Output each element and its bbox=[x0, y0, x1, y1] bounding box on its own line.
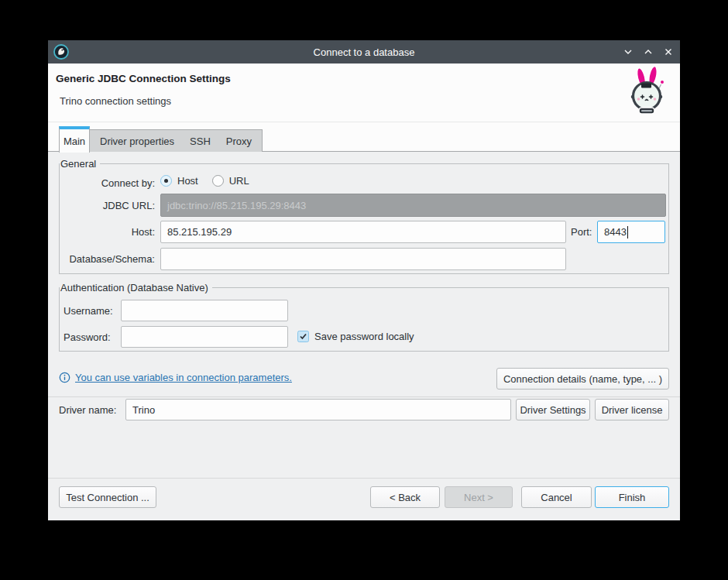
username-label: Username: bbox=[64, 305, 113, 317]
text-caret bbox=[627, 226, 628, 239]
maximize-icon[interactable] bbox=[643, 46, 654, 57]
trino-bunny-logo bbox=[623, 65, 670, 119]
cancel-button[interactable]: Cancel bbox=[521, 486, 592, 508]
footer-separator bbox=[48, 478, 680, 479]
radio-url-circle[interactable] bbox=[212, 175, 224, 187]
tab-main[interactable]: Main bbox=[59, 126, 90, 153]
jdbc-url-label: JDBC URL: bbox=[59, 200, 155, 212]
connection-details-button[interactable]: Connection details (name, type, ... ) bbox=[496, 368, 669, 390]
info-icon bbox=[59, 372, 70, 383]
connect-database-dialog: Connect to a database Generic JDBC Conne… bbox=[48, 40, 680, 520]
database-schema-label: Database/Schema: bbox=[59, 253, 155, 266]
auth-group-label: Authentication (Database Native) bbox=[60, 281, 212, 294]
window-controls bbox=[623, 40, 674, 63]
tab-proxy[interactable]: Proxy bbox=[218, 136, 259, 147]
port-input[interactable]: 8443 bbox=[597, 221, 665, 243]
save-password-checkbox[interactable] bbox=[297, 331, 309, 342]
titlebar[interactable]: Connect to a database bbox=[48, 40, 680, 63]
host-input[interactable] bbox=[160, 221, 566, 243]
save-password-label: Save password locally bbox=[314, 331, 414, 342]
host-label: Host: bbox=[59, 226, 155, 239]
save-password-checkbox-row[interactable]: Save password locally bbox=[297, 331, 414, 342]
driver-name-label: Driver name: bbox=[59, 404, 116, 417]
password-label: Password: bbox=[64, 331, 111, 344]
finish-button[interactable]: Finish bbox=[595, 486, 669, 508]
database-schema-input[interactable] bbox=[160, 248, 566, 270]
page-title: Generic JDBC Connection Settings bbox=[56, 73, 231, 84]
variables-link[interactable]: You can use variables in connection para… bbox=[75, 372, 292, 383]
connect-by-radios: Host URL bbox=[160, 175, 249, 187]
window-title: Connect to a database bbox=[48, 46, 680, 58]
jdbc-url-value: jdbc:trino://85.215.195.29:8443 bbox=[167, 200, 306, 211]
screen: Connect to a database Generic JDBC Conne… bbox=[0, 0, 728, 580]
driver-separator bbox=[48, 396, 680, 397]
connect-by-label: Connect by: bbox=[59, 177, 155, 190]
driver-license-button[interactable]: Driver license bbox=[595, 399, 669, 420]
driver-name-field[interactable] bbox=[125, 399, 511, 420]
back-button[interactable]: < Back bbox=[370, 486, 440, 508]
minimize-icon[interactable] bbox=[623, 46, 634, 57]
tab-ssh[interactable]: SSH bbox=[182, 136, 218, 147]
password-input[interactable] bbox=[121, 326, 288, 348]
variables-hint-row: You can use variables in connection para… bbox=[59, 372, 292, 383]
test-connection-button[interactable]: Test Connection ... bbox=[59, 486, 156, 508]
driver-settings-button[interactable]: Driver Settings bbox=[516, 399, 590, 420]
next-button: Next > bbox=[445, 486, 513, 508]
radio-url[interactable]: URL bbox=[212, 175, 249, 187]
general-group-label: General bbox=[60, 157, 100, 170]
radio-host-label: Host bbox=[177, 175, 198, 187]
tab-strip: Driver properties SSH Proxy bbox=[89, 129, 263, 152]
tab-driver-properties[interactable]: Driver properties bbox=[92, 136, 182, 147]
radio-url-label: URL bbox=[229, 175, 249, 187]
username-input[interactable] bbox=[121, 300, 288, 321]
radio-host[interactable]: Host bbox=[160, 175, 198, 187]
header-divider bbox=[48, 122, 680, 122]
page-subtitle: Trino connection settings bbox=[60, 95, 171, 107]
port-value: 8443 bbox=[604, 226, 627, 238]
port-label: Port: bbox=[571, 226, 596, 239]
close-icon[interactable] bbox=[663, 46, 674, 57]
jdbc-url-field: jdbc:trino://85.215.195.29:8443 bbox=[160, 194, 666, 217]
radio-host-circle[interactable] bbox=[160, 175, 172, 187]
